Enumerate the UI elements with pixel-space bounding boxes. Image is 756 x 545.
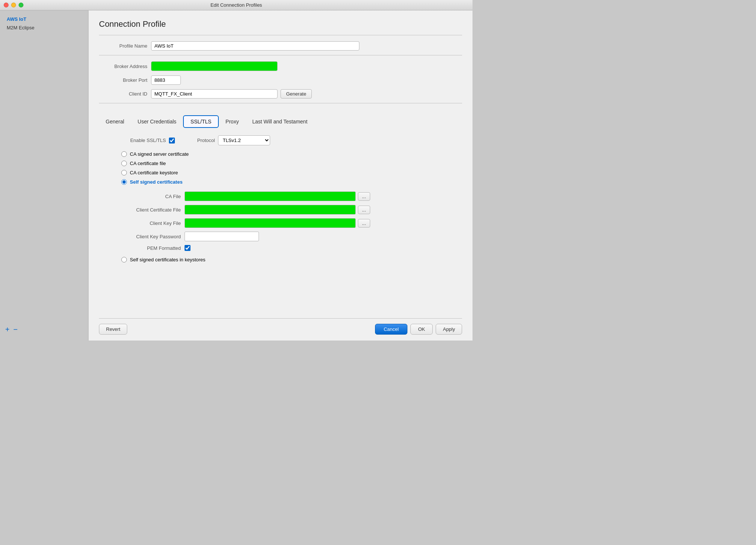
profile-name-row: Profile Name [99,41,462,51]
tabs-row: General User Credentials SSL/TLS Proxy L… [99,115,462,128]
client-key-browse-button[interactable]: ... [358,219,370,228]
client-id-input[interactable] [151,89,278,99]
radio-ca-keystore[interactable]: CA certificate keystore [121,170,462,175]
client-key-label: Client Key File [106,220,181,226]
protocol-select[interactable]: TLSv1.2 TLSv1.1 TLSv1.0 SSLv3 [218,135,270,145]
radio-ca-file-input[interactable] [121,161,127,166]
radio-self-signed[interactable]: Self signed certificates [121,179,462,185]
main-layout: AWS IoT M2M Eclipse + − Connection Profi… [0,10,472,341]
divider-profile [99,55,462,55]
bottom-right-buttons: Cancel OK Apply [375,324,462,335]
minimize-button[interactable] [11,3,16,7]
broker-port-row: Broker Port [99,75,462,85]
maximize-button[interactable] [19,3,23,7]
remove-profile-button[interactable]: − [13,326,18,333]
pem-checkbox[interactable] [185,245,190,251]
tab-user-credentials[interactable]: User Credentials [131,116,183,127]
sidebar: AWS IoT M2M Eclipse + − [0,10,89,341]
divider-title [99,35,462,35]
profile-name-input[interactable] [151,41,359,51]
pem-label: PEM Formatted [106,245,181,251]
radio-ca-signed-input[interactable] [121,151,127,157]
cancel-button[interactable]: Cancel [375,324,407,335]
page-title: Connection Profile [99,19,462,29]
radio-ca-keystore-input[interactable] [121,170,127,175]
cert-type-radio-group: CA signed server certificate CA certific… [121,151,462,185]
broker-address-label: Broker Address [99,64,147,69]
tab-ssl-tls[interactable]: SSL/TLS [183,115,219,128]
client-id-row: Client ID Generate [99,89,462,99]
broker-port-input[interactable] [151,75,181,85]
client-key-password-label: Client Key Password [106,234,181,239]
protocol-label: Protocol [197,138,215,143]
apply-button[interactable]: Apply [436,324,462,335]
sidebar-actions: + − [4,322,84,336]
client-cert-input[interactable] [185,205,356,215]
tab-proxy[interactable]: Proxy [219,116,246,127]
radio-self-signed-input[interactable] [121,179,127,185]
tab-last-will[interactable]: Last Will and Testament [246,116,314,127]
content-area: Connection Profile Profile Name Broker A… [89,10,472,341]
client-cert-browse-button[interactable]: ... [358,206,370,214]
ssl-enable-checkbox[interactable] [169,138,175,143]
broker-port-label: Broker Port [99,77,147,83]
window-title: Edit Connection Profiles [211,2,262,8]
profile-name-label: Profile Name [99,43,147,49]
generate-button[interactable]: Generate [281,89,312,99]
keystore-row[interactable]: Self signed certificates in keystores [121,257,462,262]
ca-file-row: CA File ... [106,191,462,201]
window-controls [4,3,23,7]
client-cert-row: Client Certificate File ... [106,205,462,215]
ssl-enable-row: Enable SSL/TLS Protocol TLSv1.2 TLSv1.1 … [106,135,462,145]
tab-general[interactable]: General [99,116,131,127]
pem-row: PEM Formatted [106,245,462,251]
radio-ca-signed[interactable]: CA signed server certificate [121,151,462,157]
divider-broker [99,103,462,103]
client-id-label: Client ID [99,91,147,97]
ca-file-label: CA File [106,194,181,199]
client-key-row: Client Key File ... [106,218,462,228]
keystore-label: Self signed certificates in keystores [130,257,205,262]
broker-address-row: Broker Address [99,61,462,71]
sidebar-item-aws-iot[interactable]: AWS IoT [4,15,84,23]
close-button[interactable] [4,3,9,7]
ssl-tls-section: Enable SSL/TLS Protocol TLSv1.2 TLSv1.1 … [99,135,462,262]
ssl-enable-label: Enable SSL/TLS [106,138,166,143]
client-cert-label: Client Certificate File [106,207,181,213]
titlebar: Edit Connection Profiles [0,0,472,10]
client-key-input[interactable] [185,218,356,228]
radio-keystore-input[interactable] [121,257,127,262]
add-profile-button[interactable]: + [5,326,10,333]
ca-file-input[interactable] [185,191,356,201]
revert-button[interactable]: Revert [99,324,127,335]
client-key-password-row: Client Key Password [106,232,462,241]
ca-file-browse-button[interactable]: ... [358,192,370,201]
ok-button[interactable]: OK [410,324,433,335]
radio-ca-file[interactable]: CA certificate file [121,161,462,166]
broker-address-input[interactable] [151,61,278,71]
sidebar-item-m2m-eclipse[interactable]: M2M Eclipse [4,23,84,32]
bottom-bar: Revert Cancel OK Apply [99,318,462,341]
client-key-password-input[interactable] [185,232,259,241]
